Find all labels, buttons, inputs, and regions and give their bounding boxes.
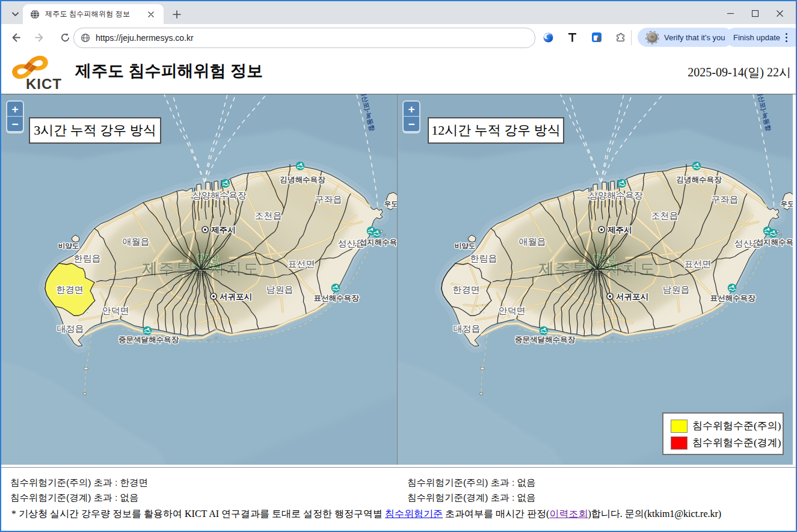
profile-button[interactable]: Verify that it's you (638, 28, 733, 47)
tab-title: 제주도 침수피해위험 정보 (45, 9, 145, 19)
beach-marker-icon (769, 229, 778, 238)
zoom-control: + − (402, 100, 420, 133)
district-label: 안덕면 (102, 305, 129, 316)
browser-menu-kebab-icon[interactable] (786, 33, 787, 42)
tab-search-chevron-icon[interactable] (7, 6, 23, 22)
back-button-icon[interactable] (7, 30, 23, 46)
city-marker-icon (599, 227, 605, 233)
city-label: 서귀포시 (616, 292, 648, 301)
zoom-in-button[interactable]: + (404, 102, 419, 117)
city-label: 제주시 (211, 225, 236, 234)
window-controls (727, 2, 791, 24)
legend-swatch-alert (671, 436, 688, 450)
district-label: 애월읍 (123, 236, 150, 246)
tab-close-icon[interactable] (146, 10, 156, 19)
beach-label: 섭지해수욕장 (756, 238, 793, 246)
page-footer: * 기상청 실시간 강우량 정보를 활용하여 KICT AI 연구결과를 토대로… (1, 508, 796, 521)
extension-icons (543, 28, 626, 47)
window-maximize-icon[interactable] (751, 10, 759, 17)
district-label: 한경면 (57, 284, 84, 295)
legend-label-alert: 침수위험수준(경계) (692, 436, 781, 450)
district-label: 남원읍 (266, 284, 294, 295)
island-label: 비양도 (455, 242, 476, 249)
district-label: 조천읍 (651, 210, 679, 221)
browser-titlebar: 제주도 침수피해위험 정보 (1, 1, 796, 24)
district-label: 한경면 (453, 284, 480, 295)
map-panel-3hour[interactable]: (성산포)-녹동항 제주특별자치도한라산국립공원한림읍애월읍한경면대정읍안덕면조… (1, 94, 397, 465)
beach-marker-icon (331, 284, 340, 293)
district-label: 애월읍 (519, 236, 546, 246)
beach-label: 중문색달해수욕장 (118, 335, 179, 344)
city-marker-icon (202, 227, 208, 233)
beach-marker-icon (296, 162, 305, 171)
beach-label: 섭지해수욕장 (360, 238, 398, 246)
jeju-map-3hour[interactable]: (성산포)-녹동항 제주특별자치도한라산국립공원한림읍애월읍한경면대정읍안덕면조… (1, 94, 397, 465)
finish-update-label: Finish update (733, 33, 780, 42)
city-label: 서귀포시 (220, 292, 252, 301)
district-label: 조천읍 (255, 210, 282, 221)
zoom-out-button[interactable]: − (404, 117, 419, 131)
status-line: 침수위험기준(경계) 초과 : 없음 (407, 490, 795, 505)
address-bar[interactable]: https://jeju.hermesys.co.kr (73, 28, 535, 48)
legend-row-warning: 침수위험수준(주의) (671, 419, 781, 433)
beach-marker-icon (728, 284, 737, 293)
extension-t-icon[interactable] (567, 32, 578, 43)
extensions-puzzle-icon[interactable] (615, 32, 626, 43)
page-title: 제주도 침수피해위험 정보 (75, 60, 263, 82)
status-right: 침수위험기준(주의) 초과 : 없음 침수위험기준(경계) 초과 : 없음 (398, 475, 795, 505)
maps-section: (성산포)-녹동항 제주특별자치도한라산국립공원한림읍애월읍한경면대정읍안덕면조… (1, 94, 796, 468)
district-label: 표선면 (288, 258, 315, 269)
district-label: 표선면 (685, 258, 712, 269)
district-label: 한림읍 (74, 253, 101, 263)
district-label: 구좌읍 (315, 194, 342, 204)
beach-marker-icon (221, 179, 230, 188)
window-minimize-icon[interactable] (727, 10, 734, 17)
profile-button-label: Verify that it's you (664, 33, 725, 42)
window-close-icon[interactable] (776, 10, 784, 17)
new-tab-button[interactable] (170, 8, 183, 20)
site-globe-icon[interactable] (81, 33, 90, 43)
browser-tab[interactable]: 제주도 침수피해위험 정보 (23, 4, 164, 24)
district-label: 대정읍 (454, 323, 481, 334)
city-marker-icon (211, 293, 217, 299)
island-label: 우도 (781, 200, 793, 207)
forward-button-icon[interactable] (32, 30, 48, 46)
district-label: 남원읍 (663, 284, 690, 295)
flood-criteria-link[interactable]: 침수위험기준 (385, 509, 443, 519)
beach-marker-icon (618, 179, 627, 188)
mode-label-12hour: 12시간 누적 강우 방식 (428, 117, 564, 144)
kict-logo: KICT (10, 55, 76, 93)
page-header: KICT 제주도 침수피해위험 정보 2025-09-14(일) 22시 (1, 51, 796, 94)
district-label: 삼양해수욕장 (589, 190, 643, 200)
map-panel-12hour[interactable]: (성산포)-녹동항 제주특별자치도한라산국립공원한림읍애월읍한경면대정읍안덕면조… (398, 94, 793, 465)
jeju-map-12hour[interactable]: (성산포)-녹동항 제주특별자치도한라산국립공원한림읍애월읍한경면대정읍안덕면조… (398, 94, 793, 465)
map-legend: 침수위험수준(주의) 침수위험수준(경계) (662, 412, 784, 455)
mode-label-3hour: 3시간 누적 강우 방식 (29, 117, 161, 144)
island-label: 우도 (384, 200, 398, 207)
beach-label: 김녕해수욕장 (280, 176, 326, 184)
finish-update-button[interactable]: Finish update (725, 28, 797, 47)
legend-swatch-warning (671, 420, 688, 433)
extension-lock-icon[interactable] (591, 32, 602, 43)
beach-label: 표선해수욕장 (710, 294, 756, 302)
history-link[interactable]: 이력조회 (549, 509, 588, 519)
district-label: 한림읍 (470, 253, 497, 263)
url-text[interactable]: https://jeju.hermesys.co.kr (96, 33, 194, 43)
zoom-in-button[interactable]: + (7, 102, 23, 117)
beach-marker-icon (372, 229, 381, 238)
district-label: 삼양해수욕장 (192, 190, 247, 200)
footer-text: )합니다. 문의(ktkim1@kict.re.kr) (588, 509, 721, 519)
reload-button-icon[interactable] (57, 30, 73, 46)
district-label: 구좌읍 (712, 194, 739, 204)
page-content: KICT 제주도 침수피해위험 정보 2025-09-14(일) 22시 (성산… (1, 51, 796, 530)
district-label: 대정읍 (57, 323, 84, 334)
zoom-out-button[interactable]: − (7, 117, 23, 131)
browser-toolbar: https://jeju.hermesys.co.kr (1, 24, 796, 52)
profile-avatar (645, 31, 659, 44)
beach-label: 표선해수욕장 (314, 294, 360, 302)
beach-label: 김녕해수욕장 (677, 176, 722, 184)
extension-swirl-icon[interactable] (543, 32, 554, 43)
footer-text: 초과여부를 매시간 판정( (443, 509, 549, 519)
beach-label: 중문색달해수욕장 (515, 335, 576, 344)
header-datetime: 2025-09-14(일) 22시 (688, 64, 791, 81)
